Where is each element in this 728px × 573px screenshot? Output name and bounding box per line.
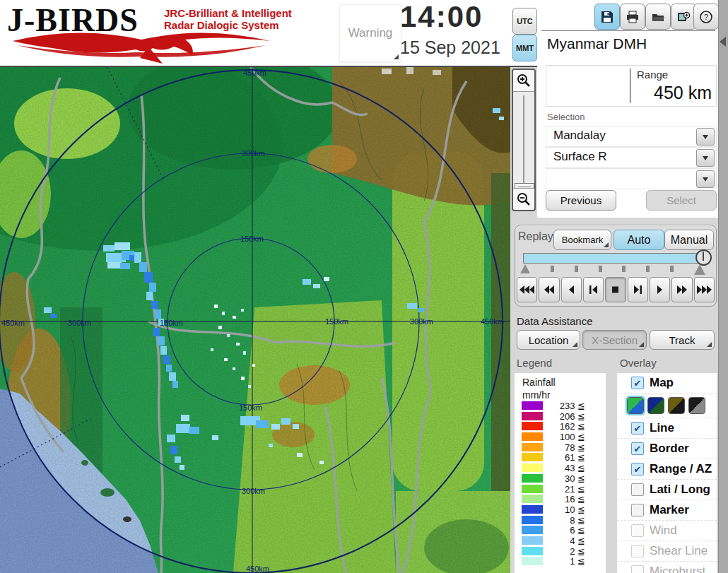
step-forward-button[interactable] bbox=[628, 277, 648, 302]
manual-button[interactable]: Manual bbox=[664, 230, 714, 250]
replay-slider-thumb[interactable] bbox=[695, 249, 712, 266]
checkbox-icon[interactable] bbox=[631, 483, 644, 496]
map-style-swatch-3[interactable] bbox=[668, 397, 685, 414]
add-image-icon bbox=[676, 10, 691, 24]
rain-cell bbox=[160, 346, 167, 355]
save-button[interactable] bbox=[594, 4, 620, 30]
warning-label: Warning bbox=[348, 26, 393, 40]
checkbox-icon[interactable] bbox=[631, 504, 644, 516]
product-dropdown-arrow[interactable] bbox=[696, 149, 715, 167]
forward-button[interactable] bbox=[671, 277, 692, 302]
option-dropdown-arrow[interactable] bbox=[696, 170, 715, 188]
rewind-button[interactable] bbox=[539, 277, 559, 302]
radar-map[interactable]: 450km300km150km150km300km450km450km300km… bbox=[0, 67, 510, 573]
checkbox-icon[interactable] bbox=[631, 524, 644, 537]
track-button[interactable]: Track bbox=[650, 330, 715, 350]
checkbox-checked-icon[interactable]: ✔ bbox=[631, 442, 644, 455]
map-style-swatch-1[interactable] bbox=[627, 397, 644, 414]
legend-threshold: 2 ≦ bbox=[546, 546, 585, 557]
zoom-out-icon bbox=[517, 192, 531, 206]
overlay-item-wind[interactable]: Wind bbox=[617, 520, 717, 540]
rain-cell bbox=[176, 424, 190, 433]
map-style-selector bbox=[617, 393, 717, 418]
overlay-item-lati-long[interactable]: Lati / Long bbox=[617, 479, 717, 500]
legend-threshold: 206 ≦ bbox=[546, 411, 585, 422]
step-backward-button[interactable] bbox=[583, 277, 604, 302]
print-button[interactable] bbox=[620, 4, 645, 30]
legend-row: 2 ≦ bbox=[515, 547, 606, 555]
rain-cell bbox=[236, 343, 240, 345]
x-section-button[interactable]: X-Section bbox=[582, 330, 647, 350]
utc-toggle-button[interactable]: UTC bbox=[512, 8, 537, 35]
warning-button[interactable]: Warning bbox=[339, 4, 401, 62]
overlay-item-range-az[interactable]: ✔Range / AZ bbox=[617, 459, 717, 479]
replay-slider-track[interactable] bbox=[523, 253, 703, 264]
legend-label: Legend bbox=[517, 357, 552, 369]
rewind-fast-button[interactable] bbox=[517, 277, 537, 302]
zoom-out-button[interactable] bbox=[513, 188, 534, 210]
rain-cell bbox=[241, 377, 245, 380]
select-button[interactable]: Select bbox=[646, 190, 717, 211]
map-style-swatch-2[interactable] bbox=[647, 397, 664, 414]
product-dropdown-value: Surface R bbox=[553, 150, 607, 164]
select-label: Select bbox=[667, 194, 696, 206]
legend-threshold: 162 ≦ bbox=[546, 421, 585, 432]
auto-button[interactable]: Auto bbox=[613, 230, 664, 250]
rain-cell bbox=[214, 305, 218, 308]
overlay-item-label: Wind bbox=[650, 524, 677, 538]
checkbox-checked-icon[interactable]: ✔ bbox=[631, 463, 644, 475]
play-reverse-button[interactable] bbox=[561, 277, 582, 302]
rain-cell bbox=[241, 309, 244, 312]
stop-button[interactable] bbox=[605, 277, 626, 302]
range-ring-label: 150km bbox=[239, 403, 262, 412]
rain-cell bbox=[243, 351, 246, 355]
open-folder-button[interactable] bbox=[645, 4, 671, 30]
legend-threshold: 100 ≦ bbox=[546, 432, 585, 442]
rain-cell bbox=[167, 435, 175, 442]
product-dropdown[interactable]: Surface R bbox=[546, 147, 717, 168]
collapse-arrow-icon[interactable] bbox=[720, 37, 726, 47]
bookmark-button[interactable]: Bookmark bbox=[553, 230, 611, 250]
legend-color-swatch bbox=[522, 485, 543, 493]
range-ring-label: 450km bbox=[243, 69, 266, 77]
rain-cell bbox=[153, 328, 160, 336]
overlay-item-shear-line[interactable]: Shear Line bbox=[617, 540, 717, 561]
checkbox-checked-icon[interactable]: ✔ bbox=[631, 377, 644, 389]
print-icon bbox=[626, 10, 640, 24]
rain-cell bbox=[499, 117, 504, 120]
site-dropdown-arrow[interactable] bbox=[696, 128, 715, 146]
rain-cell bbox=[303, 279, 311, 285]
range-ring-label: 450km bbox=[1, 319, 25, 327]
checkbox-checked-icon[interactable]: ✔ bbox=[631, 422, 644, 435]
checkbox-icon[interactable] bbox=[631, 545, 644, 557]
legend-threshold: 8 ≦ bbox=[546, 515, 585, 526]
site-dropdown-value: Mandalay bbox=[553, 129, 606, 143]
rewind-icon bbox=[544, 285, 554, 294]
legend-row: 43 ≦ bbox=[515, 463, 606, 472]
forward-icon bbox=[677, 285, 687, 294]
previous-button[interactable]: Previous bbox=[546, 190, 616, 211]
panel-scroll-strip[interactable] bbox=[718, 0, 728, 573]
checkbox-icon[interactable] bbox=[631, 565, 644, 573]
option-dropdown[interactable] bbox=[546, 168, 717, 189]
overlay-item-map[interactable]: ✔Map bbox=[617, 373, 717, 393]
legend-color-swatch bbox=[522, 526, 543, 534]
overlay-item-label: Border bbox=[650, 442, 689, 456]
overlay-item-border[interactable]: ✔Border bbox=[617, 438, 717, 459]
overlay-item-marker[interactable]: Marker bbox=[617, 500, 717, 520]
play-button[interactable] bbox=[650, 277, 670, 302]
rain-cell bbox=[166, 365, 172, 372]
legend-threshold: 43 ≦ bbox=[546, 463, 585, 473]
overlay-item-line[interactable]: ✔Line bbox=[617, 418, 717, 438]
add-image-button[interactable] bbox=[671, 4, 696, 30]
rain-cell bbox=[180, 465, 184, 470]
map-style-swatch-4[interactable] bbox=[688, 397, 705, 414]
zoom-in-button[interactable] bbox=[513, 70, 534, 92]
site-dropdown[interactable]: Mandalay bbox=[546, 126, 717, 147]
overlay-item-microburst[interactable]: Microburst bbox=[617, 561, 717, 573]
forward-fast-button[interactable] bbox=[694, 277, 715, 302]
mmt-toggle-button[interactable]: MMT bbox=[512, 35, 537, 61]
location-button[interactable]: Location bbox=[517, 330, 580, 350]
help-button[interactable]: ? bbox=[693, 4, 719, 30]
legend-row: 206 ≦ bbox=[515, 412, 606, 420]
